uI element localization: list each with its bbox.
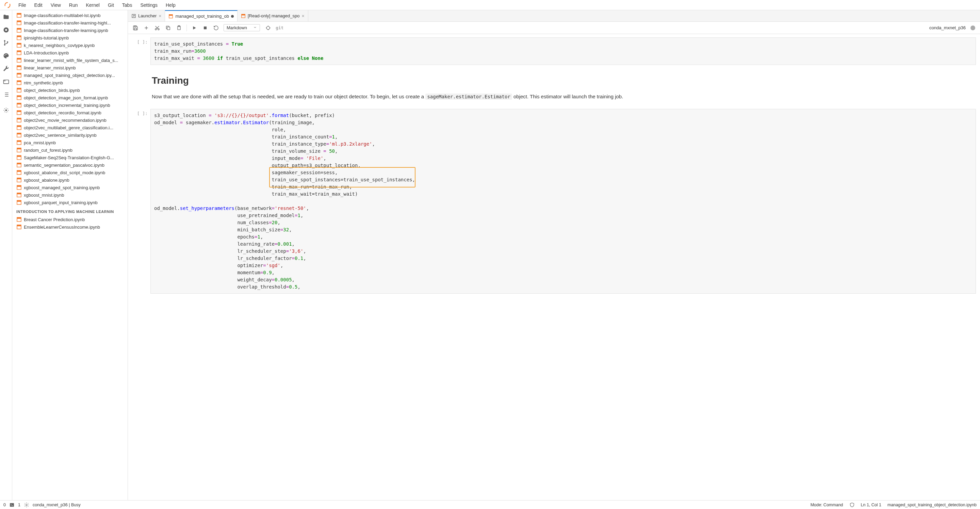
restart-button[interactable] <box>211 23 221 33</box>
cut-button[interactable] <box>153 23 162 33</box>
file-item[interactable]: LDA-Introduction.ipynb <box>12 49 127 56</box>
file-name: EnsembleLearnerCensusIncome.ipynb <box>24 224 100 230</box>
terminal-icon[interactable] <box>9 502 14 507</box>
svg-point-82 <box>26 504 27 506</box>
code-cell[interactable]: [ ]: train_use_spot_instances = True tra… <box>132 37 976 65</box>
add-cell-button[interactable] <box>142 23 151 33</box>
file-item[interactable]: object2vec_multilabel_genre_classificati… <box>12 124 127 131</box>
file-item[interactable]: linear_learner_mnist_with_file_system_da… <box>12 56 127 64</box>
statusbar: 0 1 conda_mxnet_p36 | Busy Mode: Command… <box>0 500 980 509</box>
stop-button[interactable] <box>200 23 210 33</box>
file-item[interactable]: k_nearest_neighbors_covtype.ipynb <box>12 41 127 49</box>
file-item[interactable]: object2vec_sentence_similarity.ipynb <box>12 131 127 139</box>
file-name: Image-classification-transfer-learning-h… <box>24 21 111 25</box>
kernel-name[interactable]: conda_mxnet_p36 <box>929 25 966 30</box>
notebook-icon <box>16 200 22 205</box>
file-item[interactable]: object_detection_birds.ipynb <box>12 86 127 94</box>
menu-tabs[interactable]: Tabs <box>118 1 137 9</box>
file-name: linear_learner_mnist_with_file_system_da… <box>24 58 118 63</box>
menu-settings[interactable]: Settings <box>136 1 162 9</box>
file-item[interactable]: object_detection_image_json_format.ipynb <box>12 94 127 102</box>
menu-edit[interactable]: Edit <box>30 1 47 9</box>
kernel-count[interactable]: 1 <box>18 503 21 507</box>
file-item[interactable]: xgboost_abalone_dist_script_mode.ipynb <box>12 169 127 176</box>
git-branch-icon[interactable] <box>3 40 10 46</box>
extensions-icon[interactable] <box>3 107 10 114</box>
tab-label: managed_spot_training_ob <box>175 14 229 19</box>
file-item[interactable]: Image-classification-transfer-learning.i… <box>12 27 127 34</box>
notebook-icon <box>241 14 246 18</box>
file-name: pca_mnist.ipynb <box>24 140 56 145</box>
status-filename: managed_spot_training_object_detection.i… <box>888 503 977 507</box>
terminal-count[interactable]: 0 <box>3 503 6 507</box>
code-cell[interactable]: [ ]: s3_output_location = 's3://{}/{}/ou… <box>132 109 976 294</box>
tab-notebook-active[interactable]: managed_spot_training_ob <box>165 10 237 21</box>
file-item[interactable]: pca_mnist.ipynb <box>12 139 127 146</box>
menu-file[interactable]: File <box>14 1 30 9</box>
svg-point-75 <box>158 29 159 30</box>
gear-icon[interactable] <box>24 502 29 507</box>
file-item[interactable]: xgboost_parquet_input_training.ipynb <box>12 199 127 206</box>
wrench-icon[interactable] <box>3 65 10 72</box>
copy-button[interactable] <box>163 23 173 33</box>
git-button[interactable]: git <box>275 25 283 30</box>
tabs-icon[interactable] <box>3 78 10 85</box>
file-name: object_detection_incremental_training.ip… <box>24 103 110 108</box>
file-item[interactable]: SageMaker-Seq2Seq-Translation-English-G.… <box>12 154 127 161</box>
file-browser[interactable]: Image-classification-multilabel-lst.ipyn… <box>12 10 128 500</box>
heading: Training <box>152 73 975 88</box>
markdown-cell[interactable]: Training Now that we are done with all t… <box>132 66 976 108</box>
file-item[interactable]: object_detection_incremental_training.ip… <box>12 102 127 109</box>
file-item[interactable]: Breast Cancer Prediction.ipynb <box>12 216 127 223</box>
file-item[interactable]: managed_spot_training_object_detection.i… <box>12 72 127 79</box>
palette-icon[interactable] <box>3 52 10 59</box>
tab-launcher[interactable]: Launcher × <box>128 10 165 21</box>
paste-button[interactable] <box>174 23 184 33</box>
file-item[interactable]: linear_learner_mnist.ipynb <box>12 64 127 72</box>
circle-stop-icon[interactable] <box>3 27 10 33</box>
close-icon[interactable]: × <box>301 13 304 19</box>
file-item[interactable]: Image-classification-multilabel-lst.ipyn… <box>12 11 127 19</box>
file-item[interactable]: ipinsights-tutorial.ipynb <box>12 34 127 41</box>
svg-rect-72 <box>134 26 136 27</box>
menu-git[interactable]: Git <box>104 1 118 9</box>
file-item[interactable]: object2vec_movie_recommendation.ipynb <box>12 116 127 124</box>
menu-help[interactable]: Help <box>162 1 180 9</box>
menu-run[interactable]: Run <box>65 1 82 9</box>
file-item[interactable]: semantic_segmentation_pascalvoc.ipynb <box>12 161 127 169</box>
notebook-icon <box>16 192 22 198</box>
menu-view[interactable]: View <box>47 1 65 9</box>
svg-rect-34 <box>17 95 21 97</box>
file-item[interactable]: random_cut_forest.ipynb <box>12 146 127 154</box>
crosshair-button[interactable] <box>263 23 273 33</box>
file-item[interactable]: xgboost_managed_spot_training.ipynb <box>12 184 127 191</box>
tab-notebook-readonly[interactable]: [Read-only] managed_spo × <box>237 10 308 21</box>
cell-prompt: [ ]: <box>132 109 150 294</box>
list-icon[interactable] <box>3 91 10 98</box>
notebook-body[interactable]: [ ]: train_use_spot_instances = True tra… <box>128 34 980 500</box>
folder-icon[interactable] <box>3 14 10 21</box>
save-button[interactable] <box>130 23 140 33</box>
file-item[interactable]: object_detection_recordio_format.ipynb <box>12 109 127 116</box>
file-item[interactable]: xgboost_mnist.ipynb <box>12 191 127 199</box>
notebook-icon <box>16 217 22 222</box>
notebook-icon <box>16 95 22 100</box>
svg-point-74 <box>155 29 156 30</box>
kernel-status[interactable]: conda_mxnet_p36 | Busy <box>33 503 81 507</box>
file-name: managed_spot_training_object_detection.i… <box>24 73 115 78</box>
notebook-trust-icon[interactable] <box>850 502 855 507</box>
run-button[interactable] <box>189 23 199 33</box>
code-input[interactable]: train_use_spot_instances = True train_ma… <box>150 37 976 65</box>
file-item[interactable]: ntm_synthetic.ipynb <box>12 79 127 86</box>
svg-rect-52 <box>17 163 21 164</box>
file-item[interactable]: EnsembleLearnerCensusIncome.ipynb <box>12 223 127 231</box>
svg-rect-30 <box>17 81 21 82</box>
notebook-icon <box>16 147 22 153</box>
close-icon[interactable]: × <box>159 13 161 19</box>
launcher-icon <box>131 14 136 18</box>
menu-kernel[interactable]: Kernel <box>82 1 103 9</box>
code-input[interactable]: s3_output_location = 's3://{}/{}/output'… <box>150 109 976 294</box>
file-item[interactable]: xgboost_abalone.ipynb <box>12 176 127 184</box>
file-item[interactable]: Image-classification-transfer-learning-h… <box>12 19 127 27</box>
celltype-dropdown[interactable]: Markdown <box>224 24 260 31</box>
